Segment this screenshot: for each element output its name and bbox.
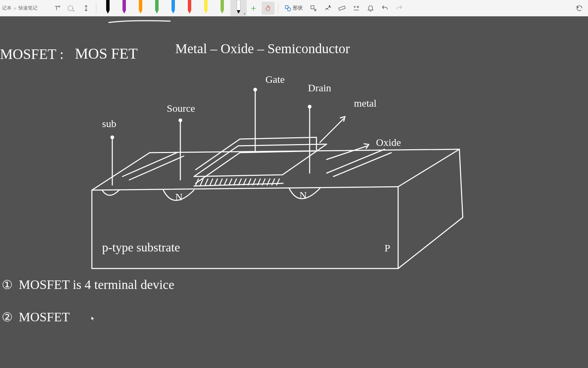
ink-to-text-button[interactable]: A: [321, 2, 334, 15]
svg-marker-4: [122, 10, 126, 14]
bullet2-num: ②: [2, 311, 13, 323]
pen-red[interactable]: [181, 0, 198, 16]
text-tool-button[interactable]: [51, 2, 64, 15]
svg-point-27: [308, 105, 311, 108]
pen-green[interactable]: [149, 0, 165, 16]
breadcrumb-page: 快速笔记: [18, 5, 37, 11]
svg-rect-21: [311, 5, 314, 9]
svg-rect-15: [220, 0, 224, 10]
svg-point-20: [287, 7, 291, 11]
shapes-button[interactable]: 形状: [282, 2, 306, 15]
svg-rect-5: [139, 0, 142, 10]
bullet2-text: MOSFET: [19, 310, 70, 323]
pen-yellow[interactable]: [198, 0, 214, 16]
label-metal: metal: [354, 98, 377, 108]
svg-rect-3: [122, 0, 126, 10]
svg-rect-23: [339, 6, 345, 10]
breadcrumb[interactable]: 记本 » 快速笔记: [2, 5, 50, 11]
toolbar-divider: [96, 3, 96, 13]
pen-orange[interactable]: [132, 0, 149, 16]
bell-icon[interactable]: [364, 2, 377, 15]
insert-space-button[interactable]: [80, 2, 93, 15]
note-title-mid: MOS FET: [75, 46, 138, 61]
math-button[interactable]: [350, 2, 363, 15]
svg-point-24: [111, 136, 114, 139]
replay-button[interactable]: [573, 2, 586, 15]
svg-rect-11: [188, 0, 191, 10]
breadcrumb-notebook: 记本: [2, 5, 12, 11]
lasso-tool-button[interactable]: +: [65, 2, 78, 15]
label-p: P: [385, 243, 390, 253]
label-sub: sub: [102, 119, 116, 129]
svg-marker-16: [220, 10, 224, 14]
svg-rect-13: [204, 0, 208, 10]
label-source: Source: [167, 103, 195, 113]
svg-text:A: A: [329, 5, 331, 8]
label-ptype: p-type substrate: [102, 241, 180, 254]
svg-marker-6: [139, 10, 142, 14]
ruler-button[interactable]: [336, 2, 348, 15]
toolbar-divider-2: [278, 3, 278, 13]
svg-marker-10: [172, 10, 175, 14]
note-title-right: Metal – Oxide – Semiconductor: [175, 42, 350, 56]
ink-strokes: [0, 16, 588, 368]
svg-marker-8: [155, 10, 159, 14]
mouse-cursor-icon: [91, 316, 96, 321]
svg-marker-12: [188, 10, 191, 14]
add-pen-button[interactable]: ＋: [247, 1, 260, 15]
undo-button[interactable]: [378, 2, 391, 15]
chevron-down-icon: ▾: [244, 12, 245, 16]
svg-marker-14: [204, 10, 208, 14]
svg-marker-2: [106, 10, 110, 14]
touch-draw-button[interactable]: [262, 2, 275, 15]
bullet1-num: ①: [2, 279, 13, 291]
svg-rect-17: [237, 0, 240, 10]
top-toolbar: 记本 » 快速笔记 +: [0, 0, 588, 16]
svg-rect-9: [172, 0, 175, 10]
breadcrumb-separator: »: [14, 5, 16, 11]
svg-rect-7: [155, 0, 159, 10]
shapes-label: 形状: [293, 5, 303, 11]
ink-to-shape-button[interactable]: [307, 2, 320, 15]
pen-lightgreen[interactable]: [214, 0, 230, 16]
pen-white[interactable]: ▾: [230, 0, 247, 16]
svg-marker-18: [237, 10, 240, 14]
label-drain: Drain: [308, 83, 331, 93]
label-gate: Gate: [265, 74, 285, 85]
bullet1-text: MOSFET is 4 terminal device: [19, 278, 174, 291]
svg-rect-1: [106, 0, 110, 10]
pen-blue[interactable]: [165, 0, 181, 16]
redo-button[interactable]: [393, 2, 406, 15]
drawing-canvas[interactable]: MOSFET : MOS FET Metal – Oxide – Semicon…: [0, 16, 588, 368]
label-n1: N: [175, 192, 183, 202]
label-oxide: Oxide: [376, 137, 401, 148]
label-n2: N: [299, 190, 307, 200]
pen-palette: ▾ ＋: [100, 0, 260, 16]
svg-point-26: [254, 88, 257, 91]
note-title-left: MOSFET :: [0, 47, 64, 61]
pen-purple[interactable]: [116, 0, 132, 16]
pen-black[interactable]: [100, 0, 116, 16]
svg-point-25: [179, 119, 182, 122]
